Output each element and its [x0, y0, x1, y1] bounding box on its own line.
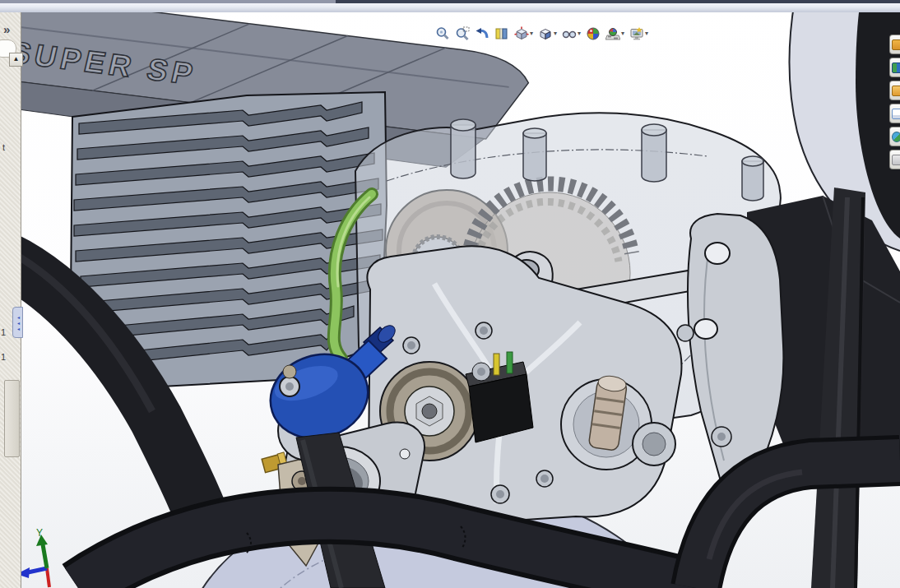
view-palette-icon [892, 109, 900, 119]
panel-splitter-handle[interactable]: ◂◂◂ [12, 307, 23, 338]
section-view-button[interactable] [494, 25, 510, 42]
feature-manager-panel-strip: » ▲ t 1 1 ◂◂◂ [0, 12, 21, 588]
zoom-to-area-button[interactable] [454, 25, 471, 42]
scene-ball-icon [605, 26, 620, 41]
panel-expand-button[interactable]: » [3, 22, 8, 36]
heads-up-view-toolbar: ▾ ▾ ▾ [434, 24, 649, 44]
panel-scrollbar-thumb[interactable] [4, 380, 20, 457]
display-style-cube-icon [538, 26, 553, 41]
scroll-up-button[interactable]: ▲ [9, 53, 23, 67]
view-cube-icon [514, 26, 529, 41]
view-settings-button[interactable]: ▾ [629, 25, 649, 42]
task-pane-tab-resources[interactable] [889, 35, 900, 54]
y-axis [43, 544, 47, 568]
chevron-down-icon[interactable]: ▾ [530, 30, 533, 37]
chevron-down-icon[interactable]: ▾ [578, 30, 581, 37]
graphics-viewport[interactable]: SUPER SP [0, 0, 900, 588]
section-view-icon [494, 26, 509, 41]
cdi-box-part [466, 352, 533, 442]
tree-text-fragment: t [2, 142, 5, 152]
edit-appearance-button[interactable] [585, 25, 601, 42]
previous-view-arrow-icon [475, 26, 489, 41]
apply-scene-button[interactable]: ▾ [605, 25, 625, 42]
home-icon [892, 39, 900, 50]
view-orientation-button[interactable]: ▾ [513, 25, 534, 42]
y-axis-label: Y [36, 527, 43, 539]
x-axis [47, 568, 49, 587]
magnifier-area-icon [455, 26, 470, 41]
window-chrome-strip [0, 0, 900, 12]
z-axis [28, 568, 47, 572]
eyeglasses-icon [562, 26, 577, 41]
solidworks-window: SUPER SP [0, 0, 900, 588]
monitor-icon [629, 26, 644, 41]
task-pane-tab-file-explorer[interactable] [889, 81, 900, 100]
previous-view-button[interactable] [474, 25, 490, 42]
task-pane-tab-appearances[interactable] [889, 127, 900, 146]
folder-icon [892, 86, 900, 96]
chrome-accent-line [0, 0, 900, 3]
appearances-icon [892, 132, 900, 142]
library-icon [892, 63, 900, 73]
tree-text-fragment: 1 [1, 352, 6, 362]
display-style-button[interactable]: ▾ [537, 25, 558, 42]
task-pane-tab-custom-properties[interactable] [889, 150, 900, 169]
tree-text-fragment: 1 [1, 327, 6, 337]
hide-show-items-button[interactable]: ▾ [561, 25, 582, 42]
magnifier-icon [435, 26, 450, 41]
properties-icon [892, 155, 900, 165]
chevron-down-icon[interactable]: ▾ [645, 30, 648, 37]
chevron-down-icon[interactable]: ▾ [621, 30, 624, 37]
chevron-down-icon[interactable]: ▾ [554, 30, 557, 37]
task-pane-tab-design-library[interactable] [889, 58, 900, 77]
color-ball-icon [586, 26, 601, 41]
zoom-to-fit-button[interactable] [434, 25, 451, 42]
task-pane-tab-view-palette[interactable] [889, 104, 900, 123]
